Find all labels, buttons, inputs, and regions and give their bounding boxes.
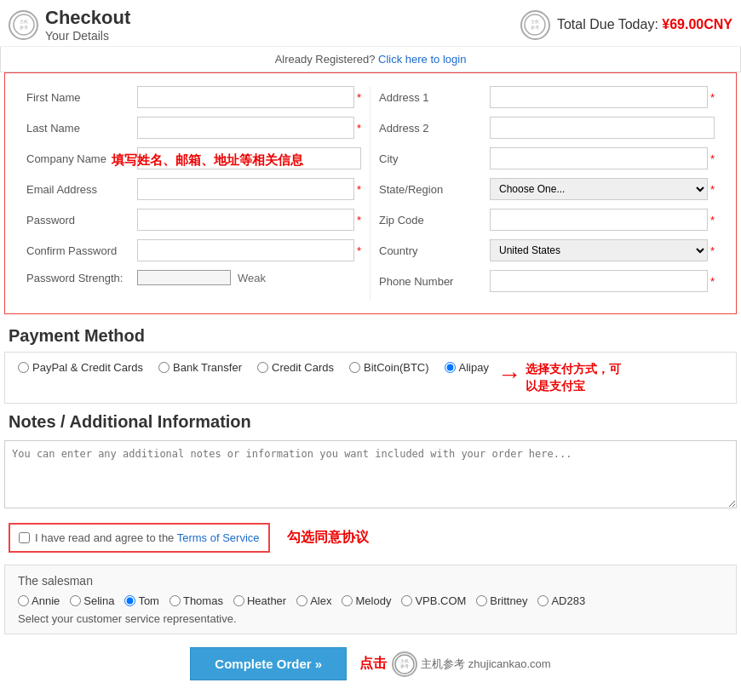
payment-credit-option[interactable]: Credit Cards (257, 361, 334, 374)
your-details-label: Your Details (45, 29, 130, 43)
password-required: * (357, 214, 361, 227)
total-due: Total Due Today: ¥69.00CNY (557, 17, 732, 32)
first-name-input[interactable] (137, 86, 354, 108)
last-name-label: Last Name (26, 122, 137, 135)
country-row: Country United States China United Kingd… (379, 239, 715, 261)
address1-input[interactable] (490, 86, 708, 108)
checkout-form: First Name * Last Name * Company Name 填写… (4, 72, 737, 314)
notes-section-title: Notes / Additional Information (9, 412, 732, 432)
salesman-heather-radio[interactable] (233, 595, 244, 606)
password-row: Password * (26, 209, 361, 231)
salesman-ad283-radio[interactable] (537, 595, 549, 606)
last-name-row: Last Name * (26, 117, 361, 139)
payment-bitcoin-radio[interactable] (349, 362, 360, 373)
country-select[interactable]: United States China United Kingdom (490, 239, 708, 261)
salesman-thomas-radio[interactable] (169, 595, 181, 606)
payment-bank-option[interactable]: Bank Transfer (158, 361, 242, 374)
address2-row: Address 2 (379, 117, 715, 139)
terms-checkbox[interactable] (19, 532, 30, 543)
submit-annotation: 点击 (359, 655, 387, 673)
confirm-password-row: Confirm Password * (26, 239, 361, 261)
payment-credit-radio[interactable] (257, 362, 268, 373)
address2-input[interactable] (490, 117, 715, 139)
payment-paypal-radio[interactable] (18, 362, 29, 373)
salesman-selina-radio[interactable] (70, 595, 81, 606)
salesman-vpbcom-radio[interactable] (401, 595, 412, 606)
country-label: Country (379, 244, 490, 257)
salesman-heather-label: Heather (247, 594, 286, 607)
first-name-row: First Name * (26, 86, 361, 108)
salesman-annie[interactable]: Annie (18, 594, 60, 607)
login-link[interactable]: Click here to login (378, 53, 466, 66)
salesman-melody-radio[interactable] (342, 595, 353, 606)
salesman-alex[interactable]: Alex (296, 594, 331, 607)
salesman-alex-label: Alex (310, 594, 331, 607)
state-label: State/Region (379, 183, 490, 196)
notes-textarea[interactable] (4, 440, 737, 508)
salesman-vpbcom-label: VPB.COM (415, 594, 466, 607)
payment-annotation: 选择支付方式，可以是支付宝 (526, 361, 621, 394)
city-input[interactable] (490, 147, 708, 169)
phone-input[interactable] (490, 270, 708, 292)
svg-text:主机: 主机 (20, 19, 28, 24)
svg-text:参考: 参考 (400, 663, 409, 668)
first-name-required: * (357, 91, 361, 104)
salesman-annie-radio[interactable] (18, 595, 29, 606)
salesman-brittney-radio[interactable] (476, 595, 487, 606)
phone-row: Phone Number * (379, 270, 715, 292)
city-required: * (710, 152, 715, 165)
form-left-col: First Name * Last Name * Company Name 填写… (18, 86, 370, 301)
svg-text:主机: 主机 (400, 658, 409, 663)
address2-label: Address 2 (379, 122, 490, 135)
state-select[interactable]: Choose One... (490, 178, 708, 200)
confirm-password-required: * (357, 244, 361, 257)
last-name-required: * (357, 122, 361, 135)
salesman-tom[interactable]: Tom (124, 594, 159, 607)
salesman-thomas[interactable]: Thomas (169, 594, 223, 607)
salesman-alex-radio[interactable] (296, 595, 307, 606)
address1-label: Address 1 (379, 91, 490, 104)
salesman-selina-label: Selina (83, 594, 114, 607)
salesman-tom-radio[interactable] (124, 595, 135, 606)
email-row: Email Address * (26, 178, 361, 200)
salesman-annie-label: Annie (32, 594, 60, 607)
company-name-input[interactable] (137, 147, 361, 169)
email-input[interactable] (137, 178, 354, 200)
complete-order-button[interactable]: Complete Order » (190, 647, 347, 680)
payment-paypal-label: PayPal & Credit Cards (32, 361, 143, 374)
salesman-vpbcom[interactable]: VPB.COM (401, 594, 466, 607)
salesman-tom-label: Tom (138, 594, 159, 607)
password-strength-label: Password Strength: (26, 272, 137, 284)
zip-row: Zip Code * (379, 209, 715, 231)
password-strength-bar (137, 270, 231, 285)
payment-bank-label: Bank Transfer (173, 361, 242, 374)
payment-section-title: Payment Method (9, 326, 732, 346)
terms-link[interactable]: Terms of Service (177, 531, 260, 544)
logo-icon: 主机 参考 (9, 10, 38, 40)
salesman-heather[interactable]: Heather (233, 594, 286, 607)
password-input[interactable] (137, 209, 354, 231)
form-right-col: Address 1 * Address 2 City * State/Regio… (370, 86, 723, 301)
last-name-input[interactable] (137, 117, 354, 139)
salesman-brittney[interactable]: Brittney (476, 594, 527, 607)
confirm-password-input[interactable] (137, 239, 354, 261)
payment-bitcoin-option[interactable]: BitCoin(BTC) (349, 361, 429, 374)
salesman-ad283[interactable]: AD283 (537, 594, 585, 607)
terms-annotation: 勾选同意协议 (287, 529, 369, 547)
first-name-label: First Name (26, 91, 137, 104)
salesman-options: Annie Selina Tom Thomas Heather Alex Mel… (18, 594, 723, 607)
email-label: Email Address (26, 183, 137, 196)
header: 主机 参考 Checkout Your Details 主机 参考 Total … (0, 0, 741, 47)
header-logo-right: 主机 参考 (520, 10, 550, 40)
payment-credit-label: Credit Cards (272, 361, 334, 374)
salesman-melody[interactable]: Melody (342, 594, 391, 607)
payment-paypal-option[interactable]: PayPal & Credit Cards (18, 361, 143, 374)
payment-alipay-radio[interactable] (445, 362, 456, 373)
zip-input[interactable] (490, 209, 708, 231)
payment-alipay-option[interactable]: Alipay (445, 361, 489, 374)
svg-text:参考: 参考 (20, 25, 28, 30)
payment-bank-radio[interactable] (158, 362, 169, 373)
svg-text:参考: 参考 (531, 25, 539, 30)
salesman-selina[interactable]: Selina (70, 594, 114, 607)
page-title: Checkout (45, 7, 130, 29)
